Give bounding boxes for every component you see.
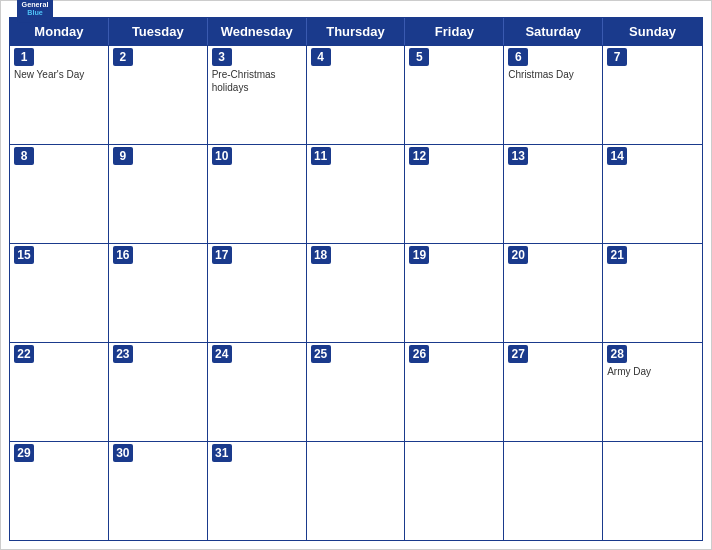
day-header-wednesday: Wednesday	[208, 18, 307, 45]
calendar-cell: 31	[208, 442, 307, 540]
cell-day-number: 23	[113, 345, 133, 363]
cell-day-number: 16	[113, 246, 133, 264]
cell-day-number: 29	[14, 444, 34, 462]
calendar-cell: 17	[208, 244, 307, 342]
calendar-cell: 15	[10, 244, 109, 342]
calendar-cell: 29	[10, 442, 109, 540]
cell-day-number: 4	[311, 48, 331, 66]
cell-day-number: 25	[311, 345, 331, 363]
calendar-cell	[603, 442, 702, 540]
cell-day-number: 24	[212, 345, 232, 363]
calendar-cell: 9	[109, 145, 208, 243]
week-row-4: 293031	[10, 441, 702, 540]
calendar-cell: 13	[504, 145, 603, 243]
cell-day-number: 12	[409, 147, 429, 165]
calendar-cell: 24	[208, 343, 307, 441]
calendar-cell: 19	[405, 244, 504, 342]
cell-day-number: 5	[409, 48, 429, 66]
svg-text:Blue: Blue	[27, 8, 43, 17]
cell-day-number: 26	[409, 345, 429, 363]
calendar-grid: MondayTuesdayWednesdayThursdayFridaySatu…	[9, 17, 703, 541]
cell-day-number: 21	[607, 246, 627, 264]
day-headers-row: MondayTuesdayWednesdayThursdayFridaySatu…	[10, 18, 702, 45]
calendar-cell: 12	[405, 145, 504, 243]
cell-event-label: Christmas Day	[508, 68, 598, 81]
calendar-cell: 16	[109, 244, 208, 342]
calendar-cell: 5	[405, 46, 504, 144]
cell-day-number: 10	[212, 147, 232, 165]
cell-day-number: 2	[113, 48, 133, 66]
general-blue-logo: General Blue	[17, 0, 53, 23]
calendar-cell: 28Army Day	[603, 343, 702, 441]
cell-day-number: 11	[311, 147, 331, 165]
cell-day-number: 3	[212, 48, 232, 66]
cell-day-number: 14	[607, 147, 627, 165]
calendar-header: General Blue	[1, 1, 711, 17]
cell-event-label: Pre-Christmas holidays	[212, 68, 302, 94]
calendar-cell: 10	[208, 145, 307, 243]
day-header-sunday: Sunday	[603, 18, 702, 45]
cell-day-number: 1	[14, 48, 34, 66]
calendar-cell: 21	[603, 244, 702, 342]
cell-event-label: New Year's Day	[14, 68, 104, 81]
day-header-tuesday: Tuesday	[109, 18, 208, 45]
week-row-0: 1New Year's Day23Pre-Christmas holidays4…	[10, 45, 702, 144]
week-row-3: 22232425262728Army Day	[10, 342, 702, 441]
calendar-cell: 20	[504, 244, 603, 342]
day-header-friday: Friday	[405, 18, 504, 45]
calendar-cell: 30	[109, 442, 208, 540]
cell-day-number: 17	[212, 246, 232, 264]
week-row-1: 891011121314	[10, 144, 702, 243]
cell-day-number: 18	[311, 246, 331, 264]
calendar-cell: 27	[504, 343, 603, 441]
calendar-cell	[307, 442, 406, 540]
cell-day-number: 15	[14, 246, 34, 264]
weeks-container: 1New Year's Day23Pre-Christmas holidays4…	[10, 45, 702, 540]
calendar-cell: 25	[307, 343, 406, 441]
cell-day-number: 22	[14, 345, 34, 363]
calendar-cell: 23	[109, 343, 208, 441]
day-header-thursday: Thursday	[307, 18, 406, 45]
calendar-cell: 4	[307, 46, 406, 144]
calendar-cell: 6Christmas Day	[504, 46, 603, 144]
calendar-cell	[405, 442, 504, 540]
calendar-cell: 8	[10, 145, 109, 243]
week-row-2: 15161718192021	[10, 243, 702, 342]
cell-event-label: Army Day	[607, 365, 698, 378]
cell-day-number: 13	[508, 147, 528, 165]
calendar-cell: 7	[603, 46, 702, 144]
calendar-cell	[504, 442, 603, 540]
cell-day-number: 20	[508, 246, 528, 264]
cell-day-number: 8	[14, 147, 34, 165]
cell-day-number: 27	[508, 345, 528, 363]
cell-day-number: 7	[607, 48, 627, 66]
cell-day-number: 31	[212, 444, 232, 462]
calendar-cell: 22	[10, 343, 109, 441]
cell-day-number: 30	[113, 444, 133, 462]
calendar-page: General Blue MondayTuesdayWednesdayThurs…	[0, 0, 712, 550]
day-header-saturday: Saturday	[504, 18, 603, 45]
cell-day-number: 19	[409, 246, 429, 264]
svg-text:General: General	[22, 0, 49, 9]
calendar-cell: 3Pre-Christmas holidays	[208, 46, 307, 144]
calendar-cell: 18	[307, 244, 406, 342]
cell-day-number: 6	[508, 48, 528, 66]
calendar-cell: 11	[307, 145, 406, 243]
cell-day-number: 9	[113, 147, 133, 165]
cell-day-number: 28	[607, 345, 627, 363]
calendar-cell: 2	[109, 46, 208, 144]
calendar-cell: 26	[405, 343, 504, 441]
calendar-cell: 14	[603, 145, 702, 243]
calendar-cell: 1New Year's Day	[10, 46, 109, 144]
